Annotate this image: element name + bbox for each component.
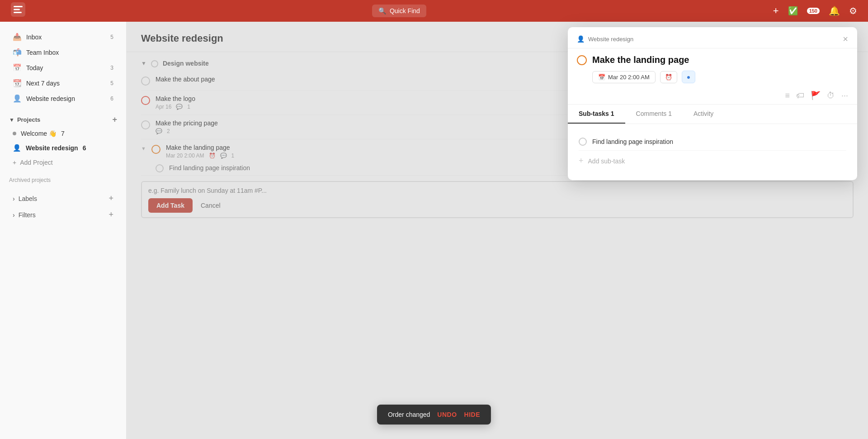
project-badge: 6 <box>83 144 86 152</box>
sidebar-item-label: Next 7 days <box>26 80 60 87</box>
sidebar-labels-section[interactable]: › Labels + <box>4 191 123 206</box>
inbox-icon: 📥 <box>13 33 22 41</box>
project-dot-icon <box>13 132 16 135</box>
website-badge: 6 <box>110 95 113 102</box>
labels-label: Labels <box>19 195 37 202</box>
sidebar-project-website-redesign[interactable]: 👤 Website redesign 6 <box>4 141 123 155</box>
tab-comments[interactable]: Comments 1 <box>625 105 683 124</box>
archived-projects-label: Archived projects <box>0 170 126 187</box>
topnav: 🔍 Quick Find + ✅ 150 🔔 ⚙ <box>0 0 868 22</box>
panel-title: Make the landing page <box>592 55 689 65</box>
sidebar-item-label: Website redesign <box>26 95 75 102</box>
checkmark-icon: ✅ <box>788 6 798 16</box>
quick-find-button[interactable]: 🔍 Quick Find <box>372 5 426 17</box>
sidebar-item-today[interactable]: 📅 Today 3 <box>4 60 123 75</box>
person-project-icon: 👤 <box>13 144 21 152</box>
subtask-item[interactable]: Find landing page inspiration <box>579 133 846 151</box>
sidebar-project-welcome[interactable]: Welcome 👋 7 <box>4 127 123 140</box>
sidebar-item-team-inbox[interactable]: 📬 Team Inbox <box>4 45 123 60</box>
notifications-button[interactable]: 🔔 <box>829 5 840 16</box>
alarm-icon: ⏰ <box>665 74 672 81</box>
task-detail-panel: 👤 Website redesign × Make the landing pa… <box>568 27 857 180</box>
filters-label: Filters <box>19 211 36 219</box>
subtask-label: Find landing page inspiration <box>592 138 673 145</box>
add-subtask-label: Add sub-task <box>588 157 625 165</box>
panel-toolbar: ≡ 🏷 🚩 ⏱ ··· <box>568 89 857 105</box>
project-label: Welcome 👋 <box>21 130 57 137</box>
chevron-right-icon: › <box>13 195 15 202</box>
clock-icon[interactable]: ⏱ <box>827 91 835 100</box>
sidebar-item-inbox[interactable]: 📥 Inbox 5 <box>4 29 123 44</box>
today-badge: 3 <box>110 65 113 71</box>
today-icon: 📅 <box>13 63 22 72</box>
chevron-right-icon: › <box>13 211 15 219</box>
add-project-label: Add Project <box>20 159 52 166</box>
date-label: Mar 20 2:00 AM <box>608 74 650 81</box>
flag-icon[interactable]: 🚩 <box>811 91 821 100</box>
quick-find-label: Quick Find <box>390 7 420 14</box>
toast-notification: Order changed UNDO HIDE <box>377 405 491 425</box>
topnav-right: + ✅ 150 🔔 ⚙ <box>773 5 857 17</box>
panel-project: 👤 Website redesign <box>577 35 633 43</box>
projects-label: Projects <box>17 116 40 123</box>
person-assign-icon: ● <box>687 73 690 81</box>
list-icon[interactable]: ≡ <box>785 91 790 100</box>
panel-date-chip[interactable]: 📅 Mar 20 2:00 AM <box>592 71 656 83</box>
panel-assignee-chip[interactable]: ● <box>682 71 695 83</box>
panel-alarm-chip[interactable]: ⏰ <box>660 71 677 83</box>
calendar-icon: 📅 <box>598 74 605 81</box>
settings-button[interactable]: ⚙ <box>849 5 857 16</box>
sidebar-item-website-redesign-nav[interactable]: 👤 Website redesign 6 <box>4 91 123 106</box>
plus-icon: + <box>579 156 584 166</box>
panel-meta-row: 📅 Mar 20 2:00 AM ⏰ ● <box>568 69 857 89</box>
toast-hide-button[interactable]: HIDE <box>464 411 480 418</box>
add-filter-button[interactable]: + <box>108 210 113 220</box>
panel-body: Find landing page inspiration + Add sub-… <box>568 124 857 180</box>
sidebar-item-next7[interactable]: 📆 Next 7 days 5 <box>4 76 123 91</box>
add-project-section-button[interactable]: + <box>112 115 117 124</box>
logo <box>11 2 25 19</box>
svg-rect-1 <box>14 6 23 7</box>
panel-header: 👤 Website redesign × <box>568 27 857 48</box>
sidebar: 📥 Inbox 5 📬 Team Inbox 📅 Today 3 📆 Next … <box>0 22 127 439</box>
next7-icon: 📆 <box>13 79 22 87</box>
person-icon: 👤 <box>577 35 585 43</box>
sidebar-item-label: Team Inbox <box>26 49 59 56</box>
toast-message: Order changed <box>388 411 430 418</box>
add-button[interactable]: + <box>773 5 779 17</box>
sidebar-filters-section[interactable]: › Filters + <box>4 207 123 223</box>
search-icon: 🔍 <box>378 7 386 14</box>
plus-icon: + <box>13 159 16 166</box>
chevron-down-icon: ▼ <box>9 117 14 123</box>
panel-close-button[interactable]: × <box>843 34 848 43</box>
add-subtask-button[interactable]: + Add sub-task <box>579 151 846 171</box>
sidebar-item-label: Inbox <box>26 33 42 41</box>
toast-undo-button[interactable]: UNDO <box>437 411 457 418</box>
tab-activity[interactable]: Activity <box>683 105 724 124</box>
svg-rect-2 <box>14 9 20 10</box>
panel-project-name: Website redesign <box>588 36 633 43</box>
person-icon: 👤 <box>13 94 22 103</box>
team-inbox-icon: 📬 <box>13 48 22 57</box>
task-status-circle[interactable] <box>577 55 587 65</box>
subtask-circle <box>579 138 587 146</box>
add-project-button[interactable]: + Add Project <box>4 156 123 169</box>
panel-tabs: Sub-tasks 1 Comments 1 Activity <box>568 105 857 124</box>
project-label: Website redesign <box>26 144 78 152</box>
svg-rect-3 <box>14 12 22 13</box>
sidebar-item-label: Today <box>26 64 43 72</box>
add-label-button[interactable]: + <box>108 194 113 203</box>
task-count-badge: 150 <box>807 8 820 14</box>
tag-icon[interactable]: 🏷 <box>796 91 804 100</box>
tab-subtasks[interactable]: Sub-tasks 1 <box>568 105 625 124</box>
more-icon[interactable]: ··· <box>841 91 848 100</box>
projects-section-header[interactable]: ▼ Projects + <box>0 111 126 126</box>
next7-badge: 5 <box>110 80 113 86</box>
panel-title-row: Make the landing page <box>568 48 857 69</box>
inbox-badge: 5 <box>110 34 113 40</box>
project-badge: 7 <box>61 130 65 137</box>
